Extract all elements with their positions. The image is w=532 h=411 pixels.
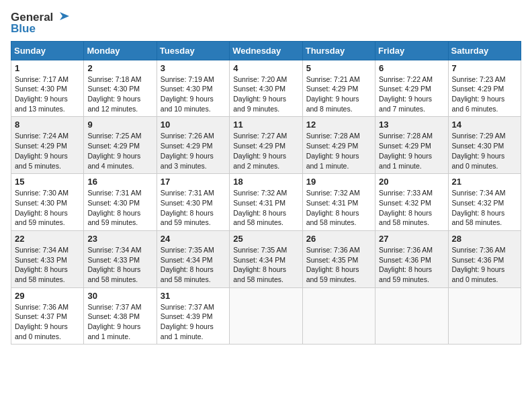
day-of-week-header: Wednesday: [230, 41, 302, 60]
calendar-cell: 23Sunrise: 7:34 AMSunset: 4:33 PMDayligh…: [84, 230, 157, 287]
day-info: Sunrise: 7:37 AMSunset: 4:38 PMDaylight:…: [87, 302, 152, 342]
day-number: 3: [161, 63, 226, 73]
day-info: Sunrise: 7:28 AMSunset: 4:29 PMDaylight:…: [379, 131, 444, 171]
calendar-cell: [302, 287, 375, 345]
calendar-cell: 9Sunrise: 7:25 AMSunset: 4:29 PMDaylight…: [84, 117, 157, 174]
day-number: 17: [161, 177, 226, 187]
day-info: Sunrise: 7:36 AMSunset: 4:36 PMDaylight:…: [452, 245, 517, 285]
day-number: 5: [306, 63, 371, 73]
calendar-cell: 28Sunrise: 7:36 AMSunset: 4:36 PMDayligh…: [448, 230, 521, 287]
calendar-cell: 25Sunrise: 7:35 AMSunset: 4:34 PMDayligh…: [230, 230, 302, 287]
calendar-table: SundayMondayTuesdayWednesdayThursdayFrid…: [11, 41, 521, 345]
calendar-cell: 11Sunrise: 7:27 AMSunset: 4:29 PMDayligh…: [230, 117, 302, 174]
day-info: Sunrise: 7:32 AMSunset: 4:31 PMDaylight:…: [233, 188, 298, 228]
day-info: Sunrise: 7:30 AMSunset: 4:30 PMDaylight:…: [15, 188, 80, 228]
day-of-week-header: Monday: [84, 41, 157, 60]
day-number: 13: [379, 120, 444, 130]
day-number: 8: [15, 120, 80, 130]
calendar-cell: 18Sunrise: 7:32 AMSunset: 4:31 PMDayligh…: [230, 174, 302, 231]
day-number: 12: [306, 120, 371, 130]
calendar-cell: 10Sunrise: 7:26 AMSunset: 4:29 PMDayligh…: [157, 117, 229, 174]
day-info: Sunrise: 7:32 AMSunset: 4:31 PMDaylight:…: [306, 188, 371, 228]
day-number: 24: [161, 234, 226, 244]
day-number: 20: [379, 177, 444, 187]
calendar-week-row: 15Sunrise: 7:30 AMSunset: 4:30 PMDayligh…: [11, 174, 521, 231]
day-of-week-header: Sunday: [11, 41, 84, 60]
day-number: 28: [452, 234, 517, 244]
day-info: Sunrise: 7:36 AMSunset: 4:35 PMDaylight:…: [306, 245, 371, 285]
day-of-week-header: Saturday: [448, 41, 521, 60]
day-info: Sunrise: 7:27 AMSunset: 4:29 PMDaylight:…: [233, 131, 298, 171]
header: General Blue: [11, 11, 521, 36]
calendar-cell: 13Sunrise: 7:28 AMSunset: 4:29 PMDayligh…: [375, 117, 448, 174]
logo-blue-text: Blue: [11, 23, 69, 36]
day-number: 29: [15, 291, 80, 301]
day-info: Sunrise: 7:17 AMSunset: 4:30 PMDaylight:…: [15, 75, 80, 114]
day-info: Sunrise: 7:22 AMSunset: 4:29 PMDaylight:…: [379, 75, 444, 114]
day-info: Sunrise: 7:34 AMSunset: 4:32 PMDaylight:…: [452, 188, 517, 228]
day-info: Sunrise: 7:24 AMSunset: 4:29 PMDaylight:…: [15, 131, 80, 171]
day-number: 21: [452, 177, 517, 187]
day-number: 30: [87, 291, 152, 301]
day-number: 2: [87, 63, 152, 73]
logo: General Blue: [11, 11, 69, 36]
day-info: Sunrise: 7:23 AMSunset: 4:29 PMDaylight:…: [452, 75, 517, 114]
day-info: Sunrise: 7:35 AMSunset: 4:34 PMDaylight:…: [161, 245, 226, 285]
day-number: 6: [379, 63, 444, 73]
day-number: 10: [161, 120, 226, 130]
day-number: 18: [233, 177, 298, 187]
day-info: Sunrise: 7:34 AMSunset: 4:33 PMDaylight:…: [87, 245, 152, 285]
day-number: 27: [379, 234, 444, 244]
day-of-week-header: Tuesday: [157, 41, 229, 60]
calendar-cell: 5Sunrise: 7:21 AMSunset: 4:29 PMDaylight…: [302, 60, 375, 117]
day-info: Sunrise: 7:36 AMSunset: 4:37 PMDaylight:…: [15, 302, 80, 342]
day-info: Sunrise: 7:20 AMSunset: 4:30 PMDaylight:…: [233, 75, 298, 114]
calendar-cell: 7Sunrise: 7:23 AMSunset: 4:29 PMDaylight…: [448, 60, 521, 117]
calendar-cell: 30Sunrise: 7:37 AMSunset: 4:38 PMDayligh…: [84, 287, 157, 345]
calendar-week-row: 29Sunrise: 7:36 AMSunset: 4:37 PMDayligh…: [11, 287, 521, 345]
day-of-week-header: Friday: [375, 41, 448, 60]
calendar-cell: [448, 287, 521, 345]
day-info: Sunrise: 7:25 AMSunset: 4:29 PMDaylight:…: [87, 131, 152, 171]
calendar-cell: 4Sunrise: 7:20 AMSunset: 4:30 PMDaylight…: [230, 60, 302, 117]
day-info: Sunrise: 7:34 AMSunset: 4:33 PMDaylight:…: [15, 245, 80, 285]
day-number: 16: [87, 177, 152, 187]
calendar-cell: 21Sunrise: 7:34 AMSunset: 4:32 PMDayligh…: [448, 174, 521, 231]
calendar-cell: 3Sunrise: 7:19 AMSunset: 4:30 PMDaylight…: [157, 60, 229, 117]
day-number: 7: [452, 63, 517, 73]
calendar-cell: 8Sunrise: 7:24 AMSunset: 4:29 PMDaylight…: [11, 117, 84, 174]
calendar-cell: [230, 287, 302, 345]
day-info: Sunrise: 7:21 AMSunset: 4:29 PMDaylight:…: [306, 75, 371, 114]
calendar-cell: 2Sunrise: 7:18 AMSunset: 4:30 PMDaylight…: [84, 60, 157, 117]
calendar-cell: 15Sunrise: 7:30 AMSunset: 4:30 PMDayligh…: [11, 174, 84, 231]
day-number: 15: [15, 177, 80, 187]
calendar-cell: 1Sunrise: 7:17 AMSunset: 4:30 PMDaylight…: [11, 60, 84, 117]
day-number: 11: [233, 120, 298, 130]
calendar-cell: 6Sunrise: 7:22 AMSunset: 4:29 PMDaylight…: [375, 60, 448, 117]
day-info: Sunrise: 7:33 AMSunset: 4:32 PMDaylight:…: [379, 188, 444, 228]
day-info: Sunrise: 7:19 AMSunset: 4:30 PMDaylight:…: [161, 75, 226, 114]
day-info: Sunrise: 7:26 AMSunset: 4:29 PMDaylight:…: [161, 131, 226, 171]
calendar-week-row: 1Sunrise: 7:17 AMSunset: 4:30 PMDaylight…: [11, 60, 521, 117]
day-info: Sunrise: 7:29 AMSunset: 4:30 PMDaylight:…: [452, 131, 517, 171]
calendar-week-row: 22Sunrise: 7:34 AMSunset: 4:33 PMDayligh…: [11, 230, 521, 287]
day-number: 22: [15, 234, 80, 244]
calendar-cell: 17Sunrise: 7:31 AMSunset: 4:30 PMDayligh…: [157, 174, 229, 231]
calendar-cell: 22Sunrise: 7:34 AMSunset: 4:33 PMDayligh…: [11, 230, 84, 287]
calendar-cell: 29Sunrise: 7:36 AMSunset: 4:37 PMDayligh…: [11, 287, 84, 345]
day-number: 4: [233, 63, 298, 73]
day-of-week-header: Thursday: [302, 41, 375, 60]
calendar-cell: 19Sunrise: 7:32 AMSunset: 4:31 PMDayligh…: [302, 174, 375, 231]
calendar-cell: 27Sunrise: 7:36 AMSunset: 4:36 PMDayligh…: [375, 230, 448, 287]
day-info: Sunrise: 7:35 AMSunset: 4:34 PMDaylight:…: [233, 245, 298, 285]
svg-marker-0: [60, 12, 69, 20]
calendar-cell: 16Sunrise: 7:31 AMSunset: 4:30 PMDayligh…: [84, 174, 157, 231]
day-info: Sunrise: 7:31 AMSunset: 4:30 PMDaylight:…: [87, 188, 152, 228]
calendar-cell: 14Sunrise: 7:29 AMSunset: 4:30 PMDayligh…: [448, 117, 521, 174]
day-number: 31: [161, 291, 226, 301]
day-info: Sunrise: 7:31 AMSunset: 4:30 PMDaylight:…: [161, 188, 226, 228]
calendar-week-row: 8Sunrise: 7:24 AMSunset: 4:29 PMDaylight…: [11, 117, 521, 174]
calendar-cell: 24Sunrise: 7:35 AMSunset: 4:34 PMDayligh…: [157, 230, 229, 287]
day-number: 14: [452, 120, 517, 130]
day-info: Sunrise: 7:36 AMSunset: 4:36 PMDaylight:…: [379, 245, 444, 285]
